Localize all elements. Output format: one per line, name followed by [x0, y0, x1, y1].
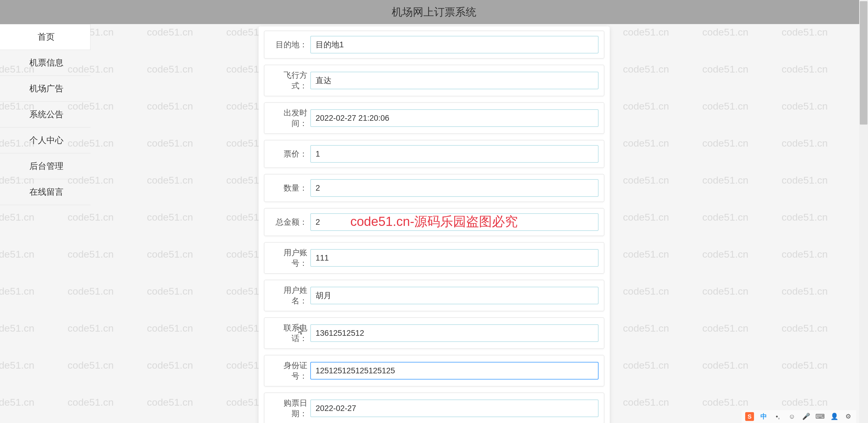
sidebar-item-6[interactable]: 在线留言 [0, 179, 91, 205]
main-content: 目的地：飞行方式：出发时间：票价：数量：总金额：用户账号：用户姓名：联系电话：身… [0, 24, 868, 423]
form-row-purchase-date: 购票日期： [264, 392, 604, 423]
form-row-depart-time: 出发时间： [264, 102, 604, 134]
sidebar-nav: 首页机票信息机场广告系统公告个人中心后台管理在线留言 [0, 24, 91, 205]
sogou-ime-icon[interactable]: S [745, 412, 754, 421]
sidebar-item-1[interactable]: 机票信息 [0, 50, 91, 76]
flight-mode-input[interactable] [310, 72, 598, 89]
form-row-total: 总金额： [264, 208, 604, 236]
app-header: 机场网上订票系统 [0, 0, 868, 24]
form-row-username: 用户姓名： [264, 280, 604, 312]
vertical-scrollbar-thumb[interactable] [860, 1, 867, 125]
ime-toolbar: S 中 •, ☺ 🎤 ⌨ 👤 ⚙ [742, 410, 856, 423]
total-input[interactable] [310, 213, 598, 231]
vertical-scrollbar-track[interactable] [859, 0, 868, 423]
form-row-quantity: 数量： [264, 174, 604, 202]
ime-settings-icon[interactable]: ⚙ [844, 412, 853, 421]
destination-input[interactable] [310, 36, 598, 54]
id-number-input[interactable] [310, 362, 598, 380]
page-title: 机场网上订票系统 [392, 5, 476, 20]
depart-time-input[interactable] [310, 109, 598, 127]
ime-lang-icon[interactable]: 中 [759, 412, 768, 421]
price-input[interactable] [310, 145, 598, 163]
booking-form: 目的地：飞行方式：出发时间：票价：数量：总金额：用户账号：用户姓名：联系电话：身… [258, 26, 610, 423]
sidebar-item-0[interactable]: 首页 [0, 24, 91, 50]
form-label-id-number: 身份证号： [270, 360, 307, 381]
account-input[interactable] [310, 249, 598, 267]
form-row-account: 用户账号： [264, 242, 604, 274]
form-label-username: 用户姓名： [270, 285, 307, 306]
sidebar-item-5[interactable]: 后台管理 [0, 153, 91, 179]
sidebar-item-label: 机场广告 [29, 83, 63, 95]
ime-punct-icon[interactable]: •, [773, 412, 782, 421]
form-label-total: 总金额： [270, 217, 307, 227]
form-label-phone: 联系电话： [270, 323, 307, 344]
form-row-id-number: 身份证号： [264, 355, 604, 387]
phone-input[interactable] [310, 324, 598, 342]
form-label-depart-time: 出发时间： [270, 107, 307, 129]
form-label-price: 票价： [270, 149, 307, 159]
ime-emoji-icon[interactable]: ☺ [787, 412, 796, 421]
form-row-phone: 联系电话： [264, 317, 604, 349]
sidebar-item-label: 后台管理 [29, 160, 63, 172]
form-label-flight-mode: 飞行方式： [270, 70, 307, 91]
sidebar-item-label: 在线留言 [29, 186, 63, 198]
ime-user-icon[interactable]: 👤 [830, 412, 839, 421]
sidebar-item-label: 个人中心 [29, 134, 63, 146]
form-row-price: 票价： [264, 140, 604, 168]
sidebar-item-label: 机票信息 [29, 57, 63, 69]
sidebar-item-label: 首页 [38, 31, 55, 43]
sidebar-item-2[interactable]: 机场广告 [0, 76, 91, 102]
form-label-quantity: 数量： [270, 183, 307, 193]
purchase-date-input[interactable] [310, 399, 598, 417]
form-label-account: 用户账号： [270, 247, 307, 268]
username-input[interactable] [310, 287, 598, 304]
form-label-destination: 目的地： [270, 39, 307, 50]
ime-voice-icon[interactable]: 🎤 [802, 412, 810, 421]
ime-keyboard-icon[interactable]: ⌨ [816, 412, 825, 421]
form-row-destination: 目的地： [264, 31, 604, 59]
sidebar-item-3[interactable]: 系统公告 [0, 102, 91, 128]
form-label-purchase-date: 购票日期： [270, 398, 307, 419]
quantity-input[interactable] [310, 179, 598, 197]
sidebar-item-4[interactable]: 个人中心 [0, 128, 91, 153]
sidebar-item-label: 系统公告 [29, 109, 63, 121]
form-row-flight-mode: 飞行方式： [264, 65, 604, 96]
